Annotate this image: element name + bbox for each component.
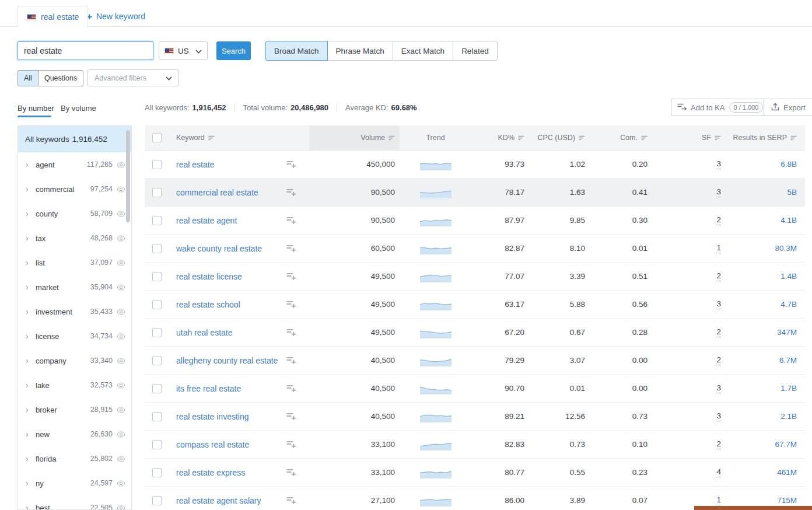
eye-icon[interactable] [117,309,125,315]
sort-by-number[interactable]: By number [18,104,54,113]
sidebar-group-item[interactable]: › investment 35,433 [18,299,131,324]
serp-results-link[interactable]: 5B [787,188,797,197]
serp-results-link[interactable]: 80.3M [775,244,797,253]
serp-results-link[interactable]: 1.4B [780,272,797,281]
sidebar-group-item[interactable]: › commercial 97,254 [18,177,131,201]
eye-icon[interactable] [117,382,125,389]
serp-results-link[interactable]: 2.1B [780,412,797,421]
eye-icon[interactable] [117,284,125,291]
tab-related[interactable]: Related [453,41,498,61]
sf-value[interactable]: 1 [716,243,721,253]
row-checkbox[interactable] [152,216,162,225]
eye-icon[interactable] [117,456,125,462]
sort-icon[interactable] [518,135,524,141]
keyword-link[interactable]: commercial real estate [176,188,258,197]
eye-icon[interactable] [117,431,125,438]
filter-all[interactable]: All [18,70,38,86]
row-checkbox[interactable] [152,496,162,505]
advanced-filters-dropdown[interactable]: Advanced filters [88,69,179,86]
add-to-list-icon[interactable] [286,496,296,505]
sidebar-all-keywords[interactable]: All keywords 1,916,452 [18,126,131,152]
keyword-search-input[interactable] [18,41,153,60]
keyword-link[interactable]: real estate express [176,468,245,477]
select-all-checkbox[interactable] [152,133,162,142]
sf-value[interactable]: 2 [716,439,721,449]
row-checkbox[interactable] [152,440,162,449]
tab-phrase-match[interactable]: Phrase Match [327,41,393,61]
sidebar-group-item[interactable]: › lake 32,573 [18,373,131,397]
column-header-cpc[interactable]: CPC (USD) [530,125,594,150]
sort-icon[interactable] [388,135,395,141]
sidebar-group-item[interactable]: › license 34,734 [18,324,131,348]
sidebar-group-item[interactable]: › list 37,097 [18,250,131,275]
add-to-list-icon[interactable] [286,272,296,281]
row-checkbox[interactable] [152,160,162,169]
add-to-list-icon[interactable] [286,188,296,197]
serp-results-link[interactable]: 347M [777,328,797,337]
column-header-com[interactable]: Com. [594,125,652,150]
eye-icon[interactable] [117,260,125,266]
row-checkbox[interactable] [152,300,162,309]
eye-icon[interactable] [117,186,125,193]
sidebar-group-item[interactable]: › agent 117,265 [18,152,131,177]
add-to-list-icon[interactable] [286,468,296,477]
add-to-list-icon[interactable] [286,328,296,337]
eye-icon[interactable] [117,162,125,168]
keyword-link[interactable]: real estate agent [176,216,237,225]
sort-icon[interactable] [641,135,648,141]
sort-by-volume[interactable]: By volume [61,104,96,113]
serp-results-link[interactable]: 4.1B [780,216,797,225]
row-checkbox[interactable] [152,244,162,253]
sf-value[interactable]: 2 [716,271,721,281]
keyword-link[interactable]: real estate [176,160,214,169]
column-header-keyword[interactable]: Keyword [169,125,309,150]
keyword-link[interactable]: compass real estate [176,440,249,449]
row-checkbox[interactable] [152,356,162,365]
add-to-list-icon[interactable] [286,216,296,225]
keyword-link[interactable]: its free real estate [176,384,241,393]
eye-icon[interactable] [117,235,125,242]
keyword-link[interactable]: allegheny county real estate [176,356,278,365]
eye-icon[interactable] [117,358,125,364]
add-to-list-icon[interactable] [286,440,296,449]
filter-questions[interactable]: Questions [38,70,83,86]
country-select[interactable]: US [159,41,208,60]
keyword-tab[interactable]: real estate [18,6,88,27]
sidebar-group-item[interactable]: › florida 25,802 [18,446,131,471]
column-header-kd[interactable]: KD% [471,125,530,150]
add-to-list-icon[interactable] [286,244,296,253]
sidebar-group-item[interactable]: › best 22,505 [18,495,131,510]
sidebar-group-item[interactable]: › county 58,709 [18,201,131,226]
sort-icon[interactable] [208,135,215,141]
sf-value[interactable]: 3 [716,159,721,169]
sidebar-group-item[interactable]: › market 35,904 [18,275,131,299]
sort-icon[interactable] [715,135,721,141]
keyword-link[interactable]: real estate license [176,272,242,281]
export-button[interactable]: Export [764,99,812,116]
add-to-ka-button[interactable]: Add to KA 0 / 1,000 [671,99,769,116]
sf-value[interactable]: 4 [716,467,721,477]
serp-results-link[interactable]: 67.7M [775,440,797,449]
row-checkbox[interactable] [152,468,162,477]
row-checkbox[interactable] [152,412,162,421]
tab-broad-match[interactable]: Broad Match [265,41,328,61]
add-to-list-icon[interactable] [286,300,296,309]
sidebar-group-item[interactable]: › broker 28,915 [18,397,131,422]
eye-icon[interactable] [117,211,125,217]
eye-icon[interactable] [117,480,125,487]
column-header-sf[interactable]: SF [652,125,725,150]
serp-results-link[interactable]: 4.7B [780,300,797,309]
search-button[interactable]: Search [216,41,251,60]
tab-exact-match[interactable]: Exact Match [393,41,453,61]
keyword-link[interactable]: real estate school [176,300,240,309]
sf-value[interactable]: 3 [716,187,721,197]
sort-icon[interactable] [579,135,585,141]
serp-results-link[interactable]: 461M [777,468,797,477]
sidebar-group-item[interactable]: › ny 24,597 [18,471,131,495]
sidebar-group-item[interactable]: › tax 48,268 [18,226,131,250]
row-checkbox[interactable] [152,188,162,197]
column-header-volume[interactable]: Volume [309,125,400,150]
sf-value[interactable]: 2 [716,215,721,225]
add-to-list-icon[interactable] [286,356,296,365]
eye-icon[interactable] [117,505,125,510]
